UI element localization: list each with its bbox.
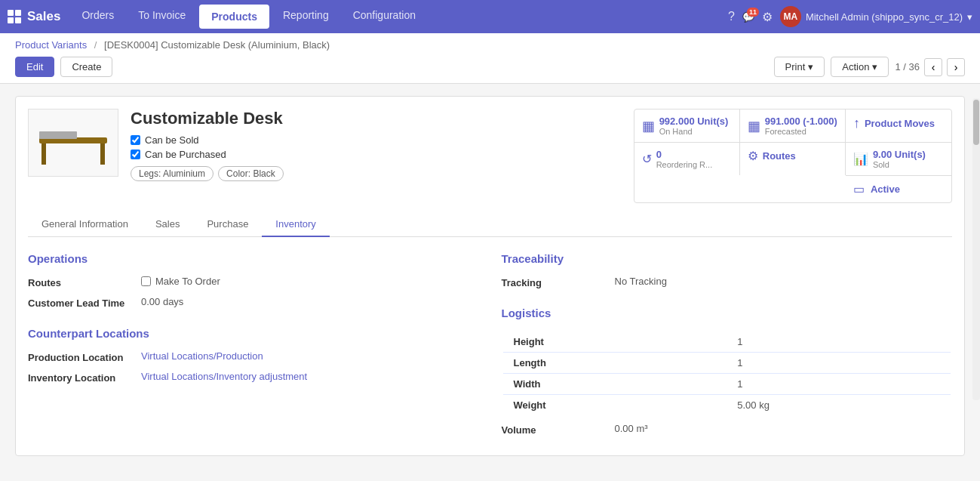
stat-forecasted[interactable]: ▦ 991.000 (-1.000) Forecasted <box>740 109 846 143</box>
messages-icon[interactable]: 💬 11 <box>742 11 754 23</box>
tag-color[interactable]: Color: Black <box>218 166 284 181</box>
user-name: Mitchell Admin (shippo_sync_cr_12) <box>806 11 963 23</box>
can-be-purchased-checkbox[interactable] <box>131 150 140 159</box>
production-location-label: Production Location <box>28 350 134 363</box>
volume-field: Volume 0.00 m³ <box>502 423 953 436</box>
app-name: Sales <box>27 9 60 24</box>
page-total: 36 <box>909 61 920 72</box>
menu-reporting[interactable]: Reporting <box>272 5 339 29</box>
traceability-section: Traceability Tracking No Tracking <box>502 252 953 288</box>
width-label: Width <box>502 374 727 395</box>
can-be-purchased-label: Can be Purchased <box>145 149 226 160</box>
active-value: Active <box>871 183 900 195</box>
length-label: Length <box>502 353 727 374</box>
stat-active[interactable]: ▭ Active <box>846 175 951 202</box>
right-column: Traceability Tracking No Tracking Logist… <box>502 252 953 443</box>
scroll-thumb[interactable] <box>973 100 979 145</box>
menu-configuration[interactable]: Configuration <box>343 5 426 29</box>
tab-sales[interactable]: Sales <box>142 212 194 237</box>
tracking-field: Tracking No Tracking <box>502 276 953 288</box>
sold-value: 9.00 Unit(s) <box>873 149 926 160</box>
product-title: Customizable Desk <box>131 109 622 128</box>
routes-value: Routes <box>763 150 796 162</box>
can-be-sold-checkbox[interactable] <box>131 135 140 145</box>
print-label: Print <box>785 61 806 72</box>
user-dropdown-icon: ▾ <box>967 11 972 23</box>
app-logo[interactable]: Sales <box>8 9 60 24</box>
inventory-location-value: Virtual Locations/Inventory adjustment <box>141 371 307 382</box>
routes-value: Make To Order <box>141 276 220 287</box>
product-moves-value: Product Moves <box>865 118 935 129</box>
can-be-sold-row: Can be Sold <box>131 134 622 146</box>
sold-label: Sold <box>873 160 926 169</box>
forecasted-icon: ▦ <box>748 118 760 134</box>
inventory-location-link[interactable]: Virtual Locations/Inventory adjustment <box>141 371 307 382</box>
on-hand-icon: ▦ <box>642 118 655 134</box>
make-to-order-checkbox[interactable] <box>141 276 151 286</box>
edit-button[interactable]: Edit <box>15 57 54 77</box>
table-row: Height 1 <box>502 331 952 353</box>
tab-purchase[interactable]: Purchase <box>193 212 262 237</box>
prev-page-button[interactable]: ‹ <box>924 58 942 76</box>
stat-sold[interactable]: 📊 9.00 Unit(s) Sold <box>846 143 951 175</box>
scrollbar[interactable] <box>972 98 980 400</box>
logistics-table: Height 1 Length 1 Width 1 Weight <box>502 330 953 417</box>
menu-to-invoice[interactable]: To Invoice <box>127 5 196 29</box>
settings-icon[interactable]: ⚙ <box>762 10 773 24</box>
user-menu[interactable]: MA Mitchell Admin (shippo_sync_cr_12) ▾ <box>780 6 972 27</box>
stat-product-moves[interactable]: ↑ Product Moves <box>846 109 951 143</box>
table-row: Weight 5.00 kg <box>502 395 952 417</box>
main-menu: Orders To Invoice Products Reporting Con… <box>71 5 728 29</box>
logistics-section: Logistics Height 1 Length 1 Width 1 <box>502 307 953 436</box>
traceability-title: Traceability <box>502 252 953 265</box>
width-value: 1 <box>727 374 951 395</box>
production-location-link[interactable]: Virtual Locations/Production <box>141 350 263 362</box>
create-button[interactable]: Create <box>60 57 112 77</box>
action-button[interactable]: Action ▾ <box>831 57 889 77</box>
on-hand-value: 992.000 Unit(s) <box>659 116 729 127</box>
product-tabs: General Information Sales Purchase Inven… <box>28 212 952 237</box>
toolbar: Edit Create Print ▾ Action ▾ 1 / 36 ‹ › <box>15 57 965 83</box>
production-location-value: Virtual Locations/Production <box>141 350 263 362</box>
main-content: Customizable Desk Can be Sold Can be Pur… <box>0 84 980 481</box>
next-page-button[interactable]: › <box>947 58 965 76</box>
weight-label: Weight <box>502 395 727 417</box>
tab-general-information[interactable]: General Information <box>28 212 142 237</box>
tag-legs[interactable]: Legs: Aluminium <box>131 166 214 181</box>
breadcrumb-parent[interactable]: Product Variants <box>15 39 87 51</box>
height-label: Height <box>502 331 727 353</box>
product-tags: Legs: Aluminium Color: Black <box>131 166 622 181</box>
active-icon: ▭ <box>853 182 865 196</box>
svg-rect-3 <box>39 131 77 139</box>
sold-icon: 📊 <box>853 152 868 166</box>
forecasted-value: 991.000 (-1.000) <box>765 116 837 127</box>
action-dropdown-icon: ▾ <box>872 61 877 72</box>
height-value: 1 <box>727 331 951 353</box>
make-to-order-label: Make To Order <box>155 276 220 287</box>
product-moves-icon: ↑ <box>853 116 860 131</box>
tracking-label: Tracking <box>502 276 607 288</box>
can-be-purchased-row: Can be Purchased <box>131 149 622 160</box>
message-count: 11 <box>747 8 759 17</box>
table-row: Length 1 <box>502 353 952 374</box>
menu-products[interactable]: Products <box>199 5 269 29</box>
counterpart-locations-title: Counterpart Locations <box>28 327 479 340</box>
print-button[interactable]: Print ▾ <box>774 57 825 77</box>
routes-label: Routes <box>28 276 134 288</box>
logistics-title: Logistics <box>502 307 953 319</box>
stat-on-hand[interactable]: ▦ 992.000 Unit(s) On Hand <box>634 109 740 143</box>
production-location-field: Production Location Virtual Locations/Pr… <box>28 350 479 363</box>
breadcrumb: Product Variants / [DESK0004] Customizab… <box>15 39 965 51</box>
top-navigation: Sales Orders To Invoice Products Reporti… <box>0 0 980 33</box>
help-icon[interactable]: ? <box>728 10 735 23</box>
customer-lead-time-label: Customer Lead Time <box>28 296 134 309</box>
reordering-label: Reordering R... <box>656 160 713 169</box>
can-be-sold-label: Can be Sold <box>145 134 199 146</box>
left-column: Operations Routes Make To Order Customer… <box>28 252 479 443</box>
stats-grid: ▦ 992.000 Unit(s) On Hand ▦ 991.000 (-1.… <box>634 109 952 203</box>
tab-inventory[interactable]: Inventory <box>262 212 329 237</box>
stat-reordering[interactable]: ↺ 0 Reordering R... <box>634 143 740 175</box>
menu-orders[interactable]: Orders <box>71 5 124 29</box>
page-info: 1 / 36 <box>895 61 920 72</box>
stat-routes[interactable]: ⚙ Routes <box>740 143 846 175</box>
